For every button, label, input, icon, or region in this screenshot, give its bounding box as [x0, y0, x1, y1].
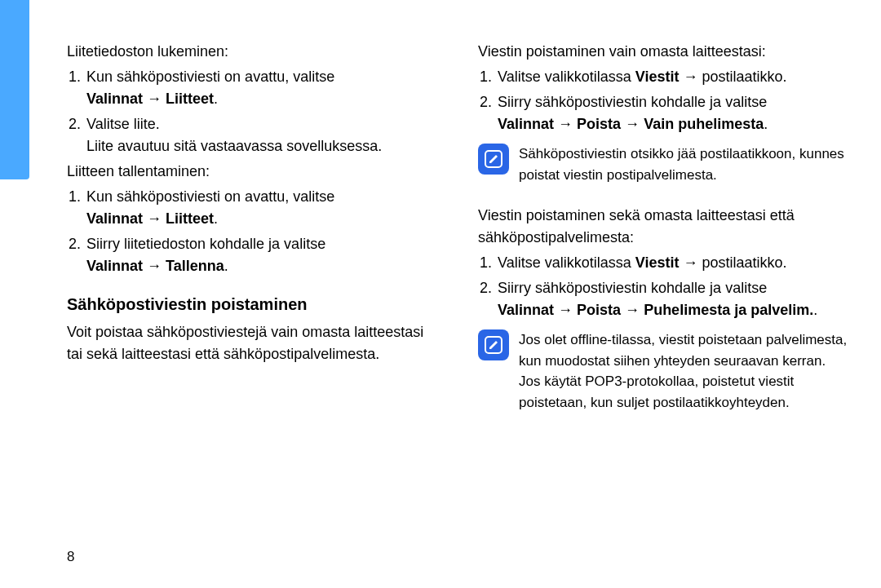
del-local-steps: Valitse valikkotilassa Viestit → postila…	[478, 66, 850, 135]
list-item: Valitse valikkotilassa Viestit → postila…	[496, 66, 850, 88]
del-both-intro: Viestin poistaminen sekä omasta laittees…	[478, 205, 850, 249]
side-tab-label: tietoliikenne	[6, 220, 18, 281]
text: Valitse valikkotilassa	[498, 69, 631, 85]
bold-text: Viestit	[635, 254, 680, 271]
del-both-steps: Valitse valikkotilassa Viestit → postila…	[478, 252, 850, 321]
note-block: Sähköpostiviestin otsikko jää postilaati…	[478, 144, 850, 185]
list-item: Siirry sähköpostiviestin kohdalle ja val…	[496, 277, 850, 321]
spacer	[478, 193, 850, 205]
delete-paragraph: Voit poistaa sähköpostiviestejä vain oma…	[67, 321, 439, 365]
bold-text: Tallenna	[166, 258, 224, 274]
text: Siirry sähköpostiviestin kohdalle ja val…	[498, 94, 767, 110]
text: Liite avautuu sitä vastaavassa sovelluks…	[86, 138, 382, 154]
bold-text: Vain puhelimesta	[644, 116, 764, 132]
note-icon	[478, 329, 509, 360]
arrow-icon: →	[147, 258, 162, 274]
list-item: Valitse valikkotilassa Viestit → postila…	[496, 252, 850, 274]
list-item: Valitse liite. Liite avautuu sitä vastaa…	[85, 113, 439, 157]
list-item: Siirry liitetiedoston kohdalle ja valits…	[85, 233, 439, 277]
text: Kun sähköpostiviesti on avattu, valitse	[86, 188, 334, 205]
attach-save-steps: Kun sähköpostiviesti on avattu, valitse …	[67, 186, 439, 277]
note-text: Sähköpostiviestin otsikko jää postilaati…	[519, 144, 850, 185]
list-item: Siirry sähköpostiviestin kohdalle ja val…	[496, 91, 850, 135]
text: Valitse liite.	[86, 116, 160, 132]
note-text: Jos olet offline-tilassa, viestit poiste…	[519, 329, 850, 413]
page-content: Liitetiedoston lukeminen: Kun sähköposti…	[67, 41, 850, 421]
arrow-icon: →	[683, 254, 697, 271]
text: Siirry sähköpostiviestin kohdalle ja val…	[498, 280, 767, 296]
note-icon	[478, 144, 509, 175]
text: Siirry liitetiedoston kohdalle ja valits…	[86, 236, 325, 252]
note-block: Jos olet offline-tilassa, viestit poiste…	[478, 329, 850, 413]
arrow-icon: →	[558, 302, 573, 318]
attach-save-intro: Liitteen tallentaminen:	[67, 161, 439, 183]
right-column: Viestin poistaminen vain omasta laittees…	[478, 41, 850, 421]
bold-text: Liitteet	[166, 210, 214, 227]
bold-text: Valinnat	[86, 91, 143, 107]
bold-text: Poista	[577, 302, 621, 318]
page-number: 8	[67, 549, 74, 565]
attach-read-intro: Liitetiedoston lukeminen:	[67, 41, 439, 63]
arrow-icon: →	[147, 210, 162, 227]
pencil-in-box-icon	[484, 149, 503, 169]
text: Kun sähköpostiviesti on avattu, valitse	[86, 69, 334, 85]
arrow-icon: →	[625, 116, 640, 132]
text: postilaatikko.	[702, 69, 786, 85]
delete-heading: Sähköpostiviestin poistaminen	[67, 292, 439, 316]
left-column: Liitetiedoston lukeminen: Kun sähköposti…	[67, 41, 439, 421]
del-local-intro: Viestin poistaminen vain omasta laittees…	[478, 41, 850, 63]
bold-text: Valinnat	[86, 210, 143, 227]
bold-text: Valinnat	[86, 258, 143, 274]
bold-text: Liitteet	[166, 91, 214, 107]
bold-text: Poista	[577, 116, 621, 132]
list-item: Kun sähköpostiviesti on avattu, valitse …	[85, 186, 439, 230]
arrow-icon: →	[147, 91, 162, 107]
text: postilaatikko.	[702, 254, 786, 271]
attach-read-steps: Kun sähköpostiviesti on avattu, valitse …	[67, 66, 439, 157]
side-tab: tietoliikenne	[0, 0, 29, 179]
pencil-in-box-icon	[484, 335, 503, 355]
bold-text: Valinnat	[498, 302, 554, 318]
bold-text: Viestit	[635, 69, 680, 85]
bold-text: Puhelimesta ja palvelim.	[644, 302, 813, 318]
bold-text: Valinnat	[498, 116, 554, 132]
list-item: Kun sähköpostiviesti on avattu, valitse …	[85, 66, 439, 110]
arrow-icon: →	[683, 69, 697, 85]
arrow-icon: →	[558, 116, 573, 132]
arrow-icon: →	[625, 302, 640, 318]
text: Valitse valikkotilassa	[498, 254, 631, 271]
